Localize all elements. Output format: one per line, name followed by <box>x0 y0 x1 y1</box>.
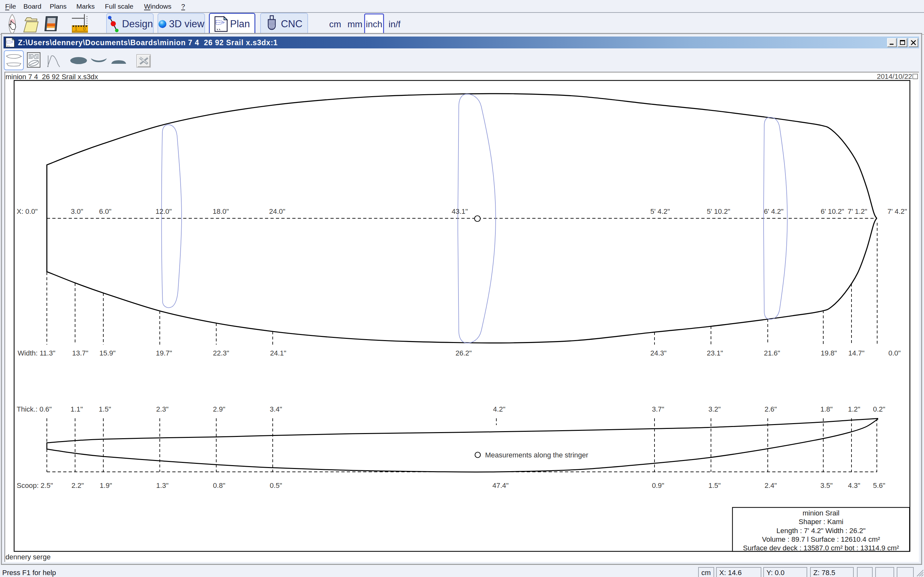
svg-text:1.5": 1.5" <box>708 482 720 490</box>
svg-text:18.0": 18.0" <box>213 207 229 215</box>
svg-text:5.6": 5.6" <box>873 482 885 490</box>
svg-text:3.5": 3.5" <box>821 482 833 490</box>
svg-text:24.0": 24.0" <box>269 207 286 215</box>
svg-text:1.8": 1.8" <box>821 405 833 413</box>
svg-text:15.9": 15.9" <box>99 349 116 357</box>
svg-text:6' 4.2": 6' 4.2" <box>764 207 783 215</box>
svg-text:22.3": 22.3" <box>213 349 229 357</box>
svg-text:3.7": 3.7" <box>652 405 664 413</box>
svg-text:Thick.: 0.6": Thick.: 0.6" <box>17 405 52 413</box>
svg-text:0.5": 0.5" <box>270 482 282 490</box>
svg-text:2.9": 2.9" <box>213 405 225 413</box>
svg-text:7' 1.2": 7' 1.2" <box>848 207 867 215</box>
svg-text:dennery serge: dennery serge <box>5 553 51 561</box>
svg-text:2.2": 2.2" <box>71 482 84 490</box>
svg-text:minion 7 4 26 92 Srail x.s3dx: minion 7 4 26 92 Srail x.s3dx <box>5 73 98 81</box>
svg-text:1.9": 1.9" <box>100 482 112 490</box>
svg-text:0.2": 0.2" <box>873 405 885 413</box>
svg-text:14.7": 14.7" <box>848 349 865 357</box>
svg-text:Volume : 89.7 l Surface : 12: Volume : 89.7 l Surface : 12610.4 cm² <box>762 535 880 543</box>
svg-text:4.3": 4.3" <box>848 482 860 490</box>
svg-text:24.3": 24.3" <box>650 349 667 357</box>
svg-text:13.7": 13.7" <box>72 349 89 357</box>
svg-text:19.7": 19.7" <box>156 349 172 357</box>
svg-text:23.1": 23.1" <box>707 349 723 357</box>
svg-text:3.2": 3.2" <box>708 405 720 413</box>
svg-text:7' 4.2": 7' 4.2" <box>887 207 907 215</box>
svg-text:3.4": 3.4" <box>270 405 282 413</box>
svg-text:4.2": 4.2" <box>493 405 505 413</box>
svg-text:0.0": 0.0" <box>888 349 901 357</box>
svg-text:2.6": 2.6" <box>764 405 777 413</box>
svg-text:5' 10.2": 5' 10.2" <box>707 207 730 215</box>
svg-text:12.0": 12.0" <box>156 207 172 215</box>
svg-text:minion Srail: minion Srail <box>803 509 840 517</box>
svg-text:6.0": 6.0" <box>99 207 111 215</box>
svg-text:2014/10/22: 2014/10/22 <box>877 73 912 81</box>
svg-text:2.4": 2.4" <box>764 482 777 490</box>
svg-text:19.8": 19.8" <box>821 349 837 357</box>
svg-text:0.8": 0.8" <box>213 482 225 490</box>
svg-text:1.5": 1.5" <box>99 405 111 413</box>
svg-text:47.4": 47.4" <box>493 482 509 490</box>
svg-text:5' 4.2": 5' 4.2" <box>650 207 670 215</box>
svg-text:Scoop: 2.5": Scoop: 2.5" <box>17 482 53 490</box>
svg-text:Shaper : Kami: Shaper : Kami <box>798 518 843 526</box>
svg-text:2.3": 2.3" <box>156 405 168 413</box>
svg-text:1.2": 1.2" <box>848 405 860 413</box>
svg-text:43.1": 43.1" <box>452 207 468 215</box>
svg-text:21.6": 21.6" <box>764 349 780 357</box>
svg-text:1.1": 1.1" <box>71 405 83 413</box>
svg-text:1.3": 1.3" <box>156 482 168 490</box>
svg-text:Surface dev deck : 13587.0 cm²: Surface dev deck : 13587.0 cm² bot : 131… <box>743 544 899 552</box>
svg-text:6' 10.2": 6' 10.2" <box>821 207 844 215</box>
svg-text:X: 0.0": X: 0.0" <box>17 207 37 215</box>
svg-text:Measurements along the stringe: Measurements along the stringer <box>485 451 588 459</box>
svg-text:Length : 7' 4.2" Width : 26.2: Length : 7' 4.2" Width : 26.2" <box>776 527 866 535</box>
svg-text:Width: 11.3": Width: 11.3" <box>18 349 55 357</box>
svg-text:26.2": 26.2" <box>456 349 472 357</box>
svg-text:0.9": 0.9" <box>652 482 664 490</box>
svg-text:24.1": 24.1" <box>270 349 286 357</box>
svg-text:3.0": 3.0" <box>71 207 83 215</box>
